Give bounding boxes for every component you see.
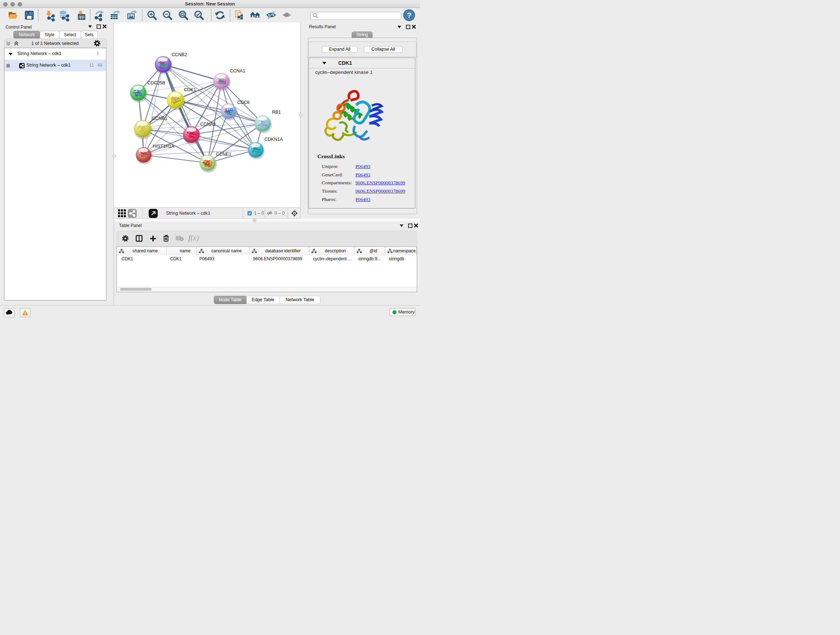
- svg-text:CDK1: CDK1: [184, 87, 196, 92]
- svg-text:CDC6: CDC6: [237, 100, 249, 105]
- svg-text:CCNA1: CCNA1: [230, 68, 245, 73]
- svg-text:CCNB1: CCNB1: [152, 116, 167, 121]
- svg-text:HIST1H1A: HIST1H1A: [153, 144, 174, 149]
- svg-text:CDKN1A: CDKN1A: [264, 137, 283, 142]
- svg-text:CCNE1: CCNE1: [216, 152, 231, 157]
- svg-text:CDC25B: CDC25B: [148, 80, 165, 86]
- svg-text:CCNB2: CCNB2: [172, 52, 187, 57]
- svg-text:?: ?: [407, 11, 412, 19]
- svg-text:RB1: RB1: [272, 110, 281, 115]
- svg-text:CCNA2: CCNA2: [201, 122, 216, 127]
